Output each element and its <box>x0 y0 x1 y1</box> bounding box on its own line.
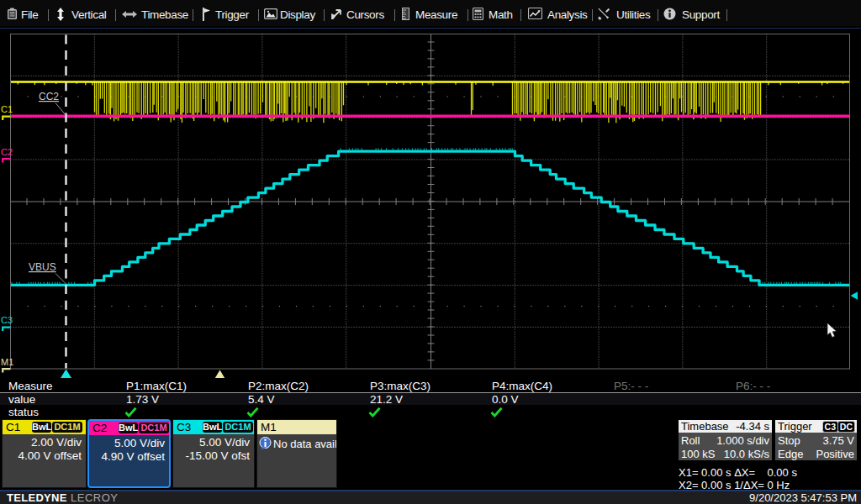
svg-text:C3: C3 <box>1 315 13 325</box>
svg-text:C2: C2 <box>1 147 13 157</box>
svg-text:C1: C1 <box>1 104 13 114</box>
svg-text:VBUS: VBUS <box>29 261 56 273</box>
svg-text:M1: M1 <box>1 357 13 367</box>
svg-text:CC2: CC2 <box>39 91 59 102</box>
